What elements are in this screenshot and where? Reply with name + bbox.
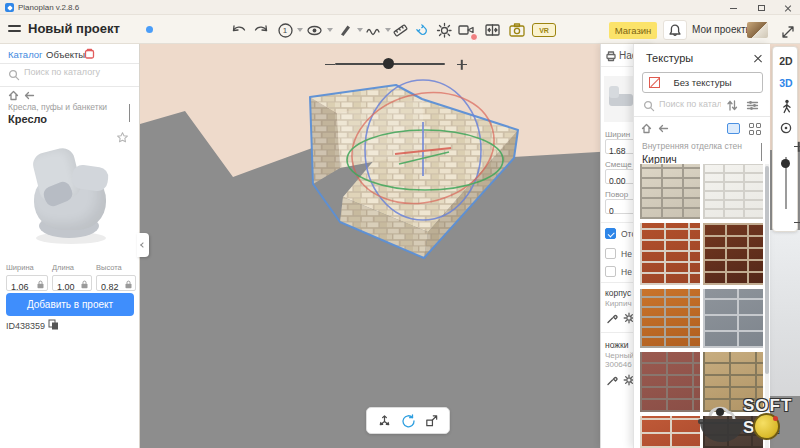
main-toolbar: Новый проект 1	[0, 15, 800, 44]
sidebar-collapse-handle[interactable]	[137, 233, 149, 257]
no-texture-icon	[649, 77, 660, 88]
item-id: ID438359	[6, 321, 45, 331]
texture-tile[interactable]	[640, 416, 700, 448]
user-avatar[interactable]	[747, 22, 768, 38]
project-title: Новый проект	[28, 21, 120, 36]
breadcrumb-collapse-chevron[interactable]	[761, 143, 762, 161]
visibility-icon[interactable]	[305, 21, 323, 39]
dimension-height: Высота	[96, 263, 136, 291]
catalog-search-input[interactable]	[24, 67, 132, 77]
texture-tile[interactable]	[703, 289, 763, 348]
no-texture-button[interactable]: Без текстуры	[642, 72, 763, 93]
scrollbar-thumb[interactable]	[765, 166, 769, 374]
undo-icon[interactable]	[230, 21, 248, 39]
texture-tile[interactable]	[640, 352, 700, 412]
lock-icon[interactable]	[37, 280, 44, 289]
move-tool-icon[interactable]	[377, 413, 392, 428]
titlebar: Planoplan v.2.8.6	[0, 0, 800, 15]
texture-tile[interactable]	[640, 164, 700, 219]
field-offset-label: Смеще	[605, 160, 632, 169]
item-preview-image[interactable]	[6, 128, 134, 258]
mode-2d-button[interactable]: 2D	[773, 55, 799, 67]
redo-icon[interactable]	[252, 21, 270, 39]
filter-icon[interactable]	[746, 99, 759, 112]
back-arrow-icon[interactable]	[24, 90, 35, 101]
texture-tile[interactable]	[640, 289, 700, 348]
lock-icon[interactable]	[125, 280, 132, 289]
catalog-sidebar: Каталог Объекты Кресла, пуфы и банкетки …	[0, 44, 140, 448]
planoplan-logo-icon	[5, 3, 14, 12]
render-camera-icon[interactable]	[457, 21, 475, 39]
texture-breadcrumb[interactable]: Внутренняя отделка стен	[642, 141, 760, 151]
print-icon[interactable]	[605, 50, 617, 62]
material-section-legs: ножки	[605, 340, 628, 350]
slider-knob[interactable]	[383, 58, 394, 69]
screenshot-icon[interactable]	[508, 21, 526, 39]
back-arrow-icon[interactable]	[658, 123, 669, 134]
list-view-icon[interactable]	[727, 123, 740, 134]
salad-bowl-icon	[696, 400, 748, 448]
close-panel-icon[interactable]	[751, 51, 765, 65]
dim-length-label: Длина	[52, 263, 92, 272]
wall-tool-icon[interactable]	[364, 21, 382, 39]
dimension-width: Ширина	[6, 263, 48, 291]
maximize-button[interactable]	[754, 3, 768, 13]
unsaved-indicator	[146, 26, 153, 33]
floor-selector-icon[interactable]: 1	[276, 21, 294, 39]
bell-icon	[668, 23, 682, 38]
ruler-icon[interactable]	[391, 21, 409, 39]
home-icon[interactable]	[8, 90, 19, 101]
objects-warning-icon	[84, 48, 95, 59]
visibility-caret[interactable]	[327, 28, 333, 32]
vr-mode-button[interactable]: VR	[532, 23, 556, 37]
draw-tool-icon[interactable]	[336, 21, 354, 39]
home-icon[interactable]	[641, 123, 652, 134]
eyedropper-icon[interactable]	[606, 374, 618, 386]
split-view-icon[interactable]	[483, 21, 501, 39]
copy-id-icon[interactable]	[48, 319, 59, 330]
close-button[interactable]	[781, 3, 795, 13]
zoom-slider-knob[interactable]	[781, 159, 790, 168]
tab-objects[interactable]: Объекты	[46, 49, 85, 60]
planoplan-window: Planoplan v.2.8.6 Новый проект 1	[0, 0, 800, 448]
checkbox-2[interactable]	[605, 248, 616, 259]
window-title: Planoplan v.2.8.6	[18, 3, 79, 12]
render-lock-badge	[470, 33, 478, 41]
my-projects-button[interactable]: Мои проекты	[692, 24, 753, 35]
selected-sofa-object[interactable]	[283, 72, 523, 272]
texture-search-input[interactable]	[659, 99, 721, 109]
dim-height-label: Высота	[96, 263, 136, 272]
lock-icon[interactable]	[81, 280, 88, 289]
lighting-icon[interactable]	[435, 21, 453, 39]
floor-selector-caret[interactable]	[297, 28, 303, 32]
add-to-project-button[interactable]: Добавить в проект	[6, 293, 134, 316]
magnet-icon[interactable]	[413, 21, 431, 39]
material-section-body: корпус	[605, 288, 631, 298]
category-collapse-chevron[interactable]	[129, 104, 130, 122]
minimize-button[interactable]	[726, 3, 740, 13]
menu-button[interactable]	[8, 25, 21, 33]
sort-icon[interactable]	[726, 99, 738, 112]
view-mode-toolbar: 2D 3D	[772, 46, 798, 232]
texture-tile[interactable]	[640, 223, 700, 285]
walkthrough-icon[interactable]	[773, 99, 799, 115]
checkbox-3[interactable]	[605, 266, 616, 277]
field-width-label: Ширин	[605, 130, 630, 139]
texture-tile[interactable]	[703, 164, 763, 219]
category-breadcrumb[interactable]: Кресла, пуфы и банкетки	[8, 102, 126, 112]
tab-catalog[interactable]: Каталог	[8, 49, 43, 60]
texture-tile[interactable]	[703, 223, 763, 285]
checkbox-display[interactable]	[605, 228, 616, 239]
rotate-tool-icon[interactable]	[400, 413, 416, 429]
favorite-star-icon[interactable]	[116, 131, 129, 144]
eyedropper-icon[interactable]	[606, 312, 618, 324]
notifications-button[interactable]	[663, 20, 687, 40]
draw-tool-caret[interactable]	[357, 28, 363, 32]
grid-view-icon[interactable]	[749, 123, 761, 135]
orbit-target-icon[interactable]	[773, 121, 799, 135]
shop-button[interactable]: Магазин	[609, 22, 657, 39]
scale-tool-icon[interactable]	[424, 413, 439, 428]
mode-3d-button[interactable]: 3D	[773, 77, 799, 89]
fullscreen-icon[interactable]	[779, 23, 797, 41]
transform-toolbar	[366, 407, 450, 434]
